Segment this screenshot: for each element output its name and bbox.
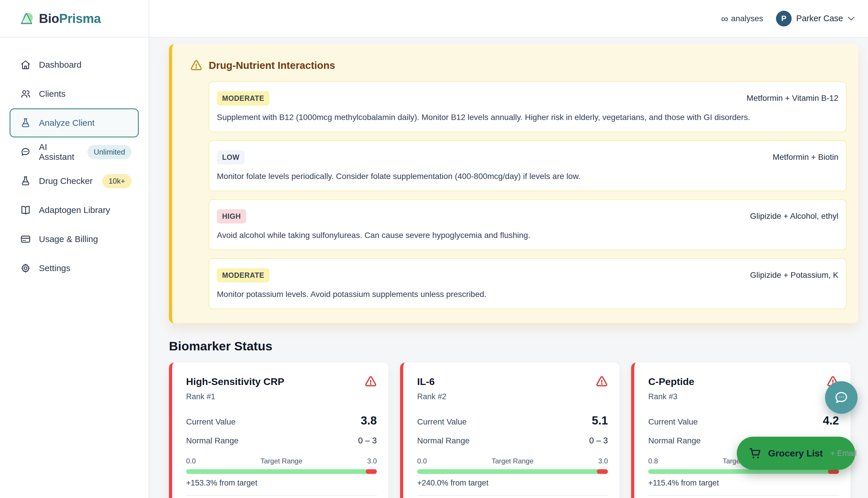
interaction-note: Avoid alcohol while taking sulfonylureas… — [217, 231, 838, 240]
range-bar-labels: 0.0 Target Range 3.0 — [186, 457, 377, 465]
sidebar-item-adaptogen-library[interactable]: Adaptogen Library — [10, 196, 139, 225]
avatar: P — [776, 11, 792, 26]
range-max: 3.0 — [598, 457, 608, 465]
biomarker-name: IL-6 — [417, 376, 435, 387]
interaction-list: MODERATE Metformin + Vitamin B-12 Supple… — [209, 81, 846, 309]
target-range-label: Target Range — [260, 457, 302, 465]
current-value-label: Current Value — [648, 417, 698, 427]
unlimited-badge: Unlimited — [87, 145, 132, 159]
severity-badge: HIGH — [217, 209, 246, 223]
interaction-note: Supplement with B12 (1000mcg methylcobal… — [217, 113, 838, 122]
sidebar-item-ai-assistant[interactable]: AI Assistant Unlimited — [10, 137, 139, 167]
interaction-note: Monitor folate levels periodically. Cons… — [217, 171, 838, 181]
brand-name-bio: Bio — [39, 11, 59, 26]
gear-icon — [20, 263, 31, 273]
sidebar-item-clients[interactable]: Clients — [10, 79, 139, 108]
range-bar — [417, 469, 608, 474]
sidebar-item-usage-billing[interactable]: Usage & Billing — [10, 225, 139, 254]
drug-pair: Glipizide + Potassium, K — [750, 268, 838, 280]
chevron-down-icon — [848, 16, 855, 21]
biomarker-cards-row: High-Sensitivity CRP Rank #1 Current Val… — [169, 363, 851, 498]
sidebar-item-drug-checker[interactable]: Drug Checker 10k+ — [10, 167, 139, 196]
biomarker-rank: Rank #3 — [648, 392, 839, 401]
sidebar-item-settings[interactable]: Settings — [10, 254, 139, 283]
current-value-row: Current Value 4.2 — [648, 414, 839, 427]
user-menu[interactable]: P Parker Case — [776, 11, 855, 26]
sidebar-item-label: Clients — [39, 89, 66, 99]
normal-range-label: Normal Range — [186, 436, 239, 445]
interaction-item-header: MODERATE Metformin + Vitamin B-12 — [217, 91, 838, 105]
prism-logo-icon — [20, 12, 33, 25]
main-area: ∞ analyses P Parker Case Drug-Nutrient I… — [149, 0, 868, 498]
chat-bubble-icon — [20, 147, 31, 157]
panel-title: Drug-Nutrient Interactions — [209, 60, 335, 71]
brand-name-prisma: Prisma — [59, 11, 101, 26]
chat-bubble-icon — [833, 390, 849, 405]
sidebar-item-analyze-client[interactable]: Analyze Client — [10, 108, 139, 137]
topbar: ∞ analyses P Parker Case — [149, 0, 868, 38]
analyses-counter: ∞ analyses — [721, 14, 763, 24]
sidebar-nav: Dashboard Clients Analyze Client AI Assi… — [0, 38, 149, 283]
interaction-item-header: HIGH Glipizide + Alcohol, ethyl — [217, 209, 838, 223]
interaction-item-header: LOW Metformin + Biotin — [217, 150, 838, 165]
severity-badge: MODERATE — [217, 91, 269, 105]
grocery-list-button[interactable]: Grocery List + Email — [737, 437, 855, 470]
drug-pair: Glipizide + Alcohol, ethyl — [750, 209, 838, 221]
alert-triangle-icon — [596, 376, 608, 388]
current-value-row: Current Value 3.8 — [186, 414, 377, 427]
biomarker-status-heading: Biomarker Status — [169, 339, 858, 353]
interaction-item: MODERATE Metformin + Vitamin B-12 Supple… — [209, 81, 846, 132]
range-bar-labels: 0.0 Target Range 3.0 — [417, 457, 608, 465]
range-bar — [648, 469, 839, 474]
card-divider — [648, 495, 839, 496]
user-name: Parker Case — [796, 14, 843, 23]
range-min: 0.8 — [648, 457, 658, 465]
flask-icon — [20, 118, 31, 128]
biomarker-rank: Rank #1 — [186, 392, 377, 401]
delta-from-target: +115.4% from target — [648, 479, 839, 487]
current-value-label: Current Value — [417, 417, 467, 427]
chat-fab-button[interactable] — [825, 381, 857, 414]
count-badge: 10k+ — [102, 174, 132, 188]
normal-range-label: Normal Range — [417, 436, 470, 445]
home-icon — [20, 60, 31, 70]
normal-range-value: 0 – 3 — [358, 436, 377, 445]
drug-pair: Metformin + Biotin — [773, 150, 838, 162]
sidebar-item-label: Drug Checker — [39, 176, 93, 186]
warning-triangle-icon — [190, 59, 202, 71]
biomarker-name: C-Peptide — [648, 376, 694, 387]
sidebar-item-label: AI Assistant — [39, 142, 79, 162]
biomarker-card-header: IL-6 — [417, 376, 608, 388]
flask-icon — [20, 176, 31, 186]
sidebar: BioPrisma Dashboard Clients Analyze Clie… — [0, 0, 149, 498]
interaction-note: Monitor potassium levels. Avoid potassiu… — [217, 289, 838, 299]
card-divider — [417, 495, 608, 496]
range-min: 0.0 — [417, 457, 427, 465]
biomarker-name: High-Sensitivity CRP — [186, 376, 284, 387]
delta-from-target: +240.0% from target — [417, 479, 608, 487]
interaction-item: MODERATE Glipizide + Potassium, K Monito… — [209, 258, 846, 309]
interaction-item: HIGH Glipizide + Alcohol, ethyl Avoid al… — [209, 199, 846, 250]
credit-card-icon — [20, 234, 31, 244]
app-root: BioPrisma Dashboard Clients Analyze Clie… — [0, 0, 868, 498]
sidebar-item-dashboard[interactable]: Dashboard — [10, 50, 139, 79]
biomarker-card-header: High-Sensitivity CRP — [186, 376, 377, 388]
biomarker-rank: Rank #2 — [417, 392, 608, 401]
out-of-range-marker — [366, 469, 377, 474]
sidebar-item-label: Usage & Billing — [39, 234, 98, 244]
out-of-range-marker — [597, 469, 608, 474]
brand-logo: BioPrisma — [0, 0, 149, 38]
current-value-row: Current Value 5.1 — [417, 414, 608, 427]
alert-triangle-icon — [365, 376, 377, 388]
content: Drug-Nutrient Interactions MODERATE Metf… — [149, 38, 868, 498]
interaction-item: LOW Metformin + Biotin Monitor folate le… — [209, 140, 846, 191]
range-min: 0.0 — [186, 457, 196, 465]
open-book-icon — [20, 205, 31, 215]
shopping-cart-icon — [748, 447, 762, 460]
biomarker-card-header: C-Peptide — [648, 376, 839, 388]
sidebar-item-label: Settings — [39, 263, 70, 273]
range-bar — [186, 469, 377, 474]
out-of-range-marker — [828, 469, 839, 474]
interaction-item-header: MODERATE Glipizide + Potassium, K — [217, 268, 838, 283]
drug-pair: Metformin + Vitamin B-12 — [747, 91, 838, 103]
